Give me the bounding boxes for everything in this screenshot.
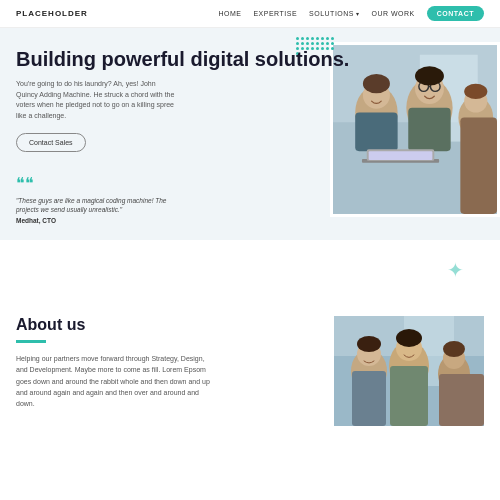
about-content: About us Helping our partners move forwa… <box>16 316 318 426</box>
quote-icon: ❝❝ <box>16 176 484 192</box>
svg-point-35 <box>443 341 465 357</box>
hero-section: Building powerful digital solutions. You… <box>0 28 500 240</box>
about-description: Helping our partners move forward throug… <box>16 353 216 409</box>
logo: PLACEHOLDER <box>16 9 88 18</box>
testimonial-block: ❝❝ "These guys are like a magical coding… <box>16 176 484 224</box>
svg-rect-26 <box>352 371 386 426</box>
svg-rect-30 <box>390 366 428 426</box>
nav-solutions[interactable]: SOLUTIONS ▾ <box>309 10 359 17</box>
svg-rect-34 <box>439 374 484 426</box>
hero-description: You're going to do his laundry? Ah, yes!… <box>16 79 176 121</box>
svg-point-31 <box>396 329 422 347</box>
about-section: About us Helping our partners move forwa… <box>0 300 500 426</box>
about-title-underline <box>16 340 46 343</box>
nav-home[interactable]: HOME <box>218 10 241 17</box>
hero-title: Building powerful digital solutions. <box>16 48 484 71</box>
hero-content: Building powerful digital solutions. You… <box>16 48 484 224</box>
about-image-content <box>334 316 484 426</box>
about-image <box>334 316 484 426</box>
decorative-swirl: ✦ <box>447 258 464 282</box>
about-title: About us <box>16 316 318 334</box>
chevron-down-icon: ▾ <box>356 10 360 17</box>
navbar: PLACEHOLDER HOME EXPERTISE SOLUTIONS ▾ O… <box>0 0 500 28</box>
nav-links: HOME EXPERTISE SOLUTIONS ▾ OUR WORK CONT… <box>218 6 484 21</box>
nav-expertise[interactable]: EXPERTISE <box>253 10 297 17</box>
contact-button[interactable]: CONTACT <box>427 6 484 21</box>
svg-point-27 <box>357 336 381 352</box>
quote-text: "These guys are like a magical coding ma… <box>16 196 176 214</box>
separator-section: ✦ <box>0 240 500 300</box>
nav-our-work[interactable]: OUR WORK <box>372 10 415 17</box>
quote-author: Medhat, CTO <box>16 217 484 224</box>
contact-sales-button[interactable]: Contact Sales <box>16 133 86 152</box>
